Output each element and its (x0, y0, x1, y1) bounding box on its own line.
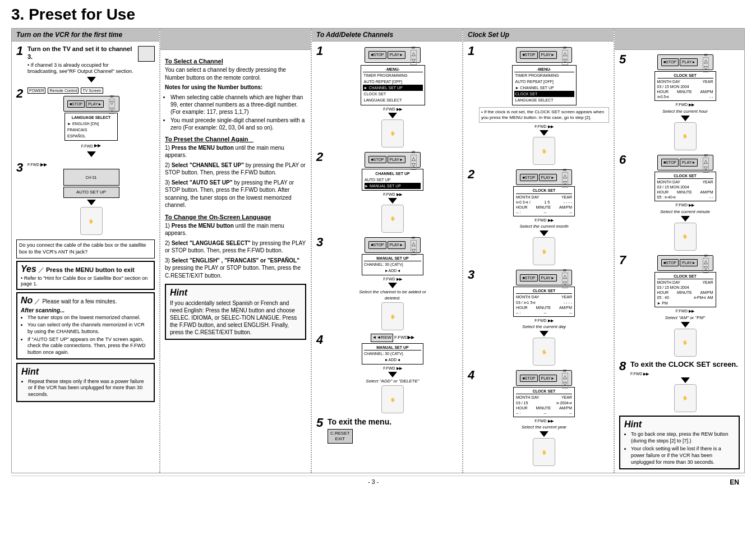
clock-screen-6: CLOCK SET MONTH DAYYEAR 03 / 15 MON 2004… (654, 172, 716, 201)
remote-label: Remote Control (48, 87, 79, 94)
step7-caption-clock: Select "AM" or "PM" (652, 315, 719, 321)
footer-lang: EN (730, 478, 739, 486)
play-clock2: PLAY► (539, 174, 557, 181)
add-menu-title-1: -MENU- (363, 67, 423, 72)
tv-icon (138, 46, 155, 62)
add-menu-1: -MENU- TIMER PROGRAMMING AUTO REPEAT [OF… (361, 65, 425, 105)
ffwd-add-text: F.FWD (383, 107, 395, 112)
note-item-1: When selecting cable channels which are … (170, 94, 306, 116)
manual-title-3: MANUAL SET UP (364, 256, 421, 261)
col2-header-spacer (160, 29, 311, 50)
step3-remote: 🖐 (29, 207, 154, 235)
hint-clock-1: To go back one step, press the REW butto… (631, 431, 735, 444)
play-clock7: PLAY► (680, 259, 698, 266)
step3-clock-num: 3 (468, 269, 479, 281)
hint-text-2: If you accidentally select Spanish or Fr… (170, 299, 301, 336)
manual-title-4: MANUAL SET UP (364, 345, 421, 350)
clock-screen-7: CLOCK SET MONTH DAYYEAR 03 / 15 MON 2004… (654, 272, 716, 308)
english-item: ENGLISH [ON] (67, 121, 115, 127)
arrow-clock-8 (681, 377, 690, 383)
preset-channel-heading: To Preset the Channel Again _ (165, 136, 306, 142)
step2-add-content: ■STOP PLAY► or △ ▽ CHANNEL SET UP (328, 151, 458, 233)
clock-menu-title-1: -MENU- (514, 67, 574, 72)
step1-clock-num: 1 (468, 45, 479, 57)
step4-clock: 4 ■STOP PLAY► or △ ▽ (468, 369, 609, 466)
clock-vals-2: ⊳0 3⊲ /1 5- - - - (516, 200, 572, 205)
arrow-add-2 (388, 198, 397, 204)
ffwd-label-2: F.FWD ▶▶ (29, 143, 154, 149)
ffwd-clock-3: F.FWD▶▶ (479, 318, 609, 323)
manual-setup-3: MANUAL SET UP CHANNEL: 30 (CATV) ►ADD◄ (362, 254, 423, 275)
channel-setup-title: CHANNEL SET UP (365, 170, 421, 177)
arrow-add-3 (388, 283, 397, 288)
yes-note: • Refer to "Hint for Cable Box or Satell… (21, 275, 150, 287)
step5-add: 5 To exit the menu. C.RESETEXIT (316, 417, 458, 444)
step1-content: Turn on the TV and set it to channel 3. … (27, 45, 155, 84)
notes-bold: Notes for using the Number buttons: (165, 84, 262, 90)
hint-list-clock: To go back one step, press the REW butto… (624, 431, 735, 465)
ffwd-clock-1: F.FWD▶▶ (479, 124, 609, 129)
yes-box: Yes ／ Press the MENU button to exit • Re… (16, 261, 155, 290)
channel-setup-menu: CHANNEL SET UP AUTO SET UP MANUAL SET UP (362, 169, 423, 191)
stop-clock7: ■STOP (661, 259, 679, 266)
change-lang-heading: To Change the On-Screen Language (165, 214, 306, 220)
up-add: △ (412, 51, 416, 58)
slash-2: ／ (34, 298, 40, 305)
step2-diagram: ■STOP PLAY► or ▽ ▽ (27, 95, 155, 142)
timer-clock1: TIMER PROGRAMMING (514, 72, 574, 79)
vcr-add-front: ■STOP PLAY► or △ ▽ (365, 47, 421, 63)
col2-body: To Select a Channel You can select a cha… (160, 50, 311, 473)
play-clock5: PLAY► (680, 58, 698, 66)
step2-caption: Select the current month (510, 224, 578, 229)
step4-add-num: 4 (316, 334, 328, 346)
step1-num: 1 (16, 45, 27, 57)
step5-btn-row: C.RESETEXIT (328, 429, 458, 444)
vcr-clock-2: ■STOP PLAY► or △ ▽ (516, 169, 572, 185)
hint-box-clock: Hint To go back one step, press the REW … (619, 416, 740, 469)
ffwd-clock-4: F.FWD▶▶ (479, 418, 609, 423)
step8-clock: 8 To exit the CLOCK SET screen. F.FWD▶▶ … (619, 360, 740, 412)
col5-body: 5 ■STOP PLAY► or △ ▽ (615, 50, 744, 473)
step5-text: To exit the menu. (328, 417, 391, 426)
ffwd-text-2: F.FWD (81, 144, 93, 149)
lang-step-2: 2) Select "LANGUAGE SELECT" by pressing … (165, 239, 306, 255)
language-menu: LANGUAGE SELECT ENGLISH [ON] FRANCAIS ES… (64, 113, 118, 141)
stop-clock2: ■STOP (520, 174, 537, 181)
step2-add: 2 ■STOP PLAY► or △ ▽ (316, 151, 458, 233)
clock-title-3: CLOCK SET (516, 288, 572, 294)
manual-setup-4: MANUAL SET UP CHANNEL: 30 (CATV) ►ADD◄ (362, 343, 423, 365)
play-clock4: PLAY► (539, 375, 557, 382)
auto-set-up: AUTO SET UP (365, 177, 421, 183)
play-add3: PLAY► (388, 241, 405, 248)
ffwd-text-3: F.FWD (27, 162, 39, 167)
clock-title-2: CLOCK SET (516, 188, 572, 193)
language-menu-title: LANGUAGE SELECT (67, 114, 115, 121)
vcr-clock-1: ■STOP PLAY► or △ ▽ (516, 47, 572, 63)
ffwd-clock-6: F.FWD▶▶ (630, 202, 740, 207)
after-scanning-title: After scanning... (21, 307, 150, 313)
step1-add-diagram: ■STOP PLAY► or △ ▽ (328, 46, 458, 64)
arrow-clock-4 (540, 431, 548, 437)
remote-hand-add: 🖐 (381, 119, 404, 147)
timer-prog: TIMER PROGRAMMING (363, 72, 423, 79)
or-add2: or (412, 149, 415, 154)
hand-clock-3: 🖐 (479, 338, 609, 366)
step3-vcr: 3 F.FWD ▶▶ CH 01 AUTO SET UP (16, 162, 155, 236)
col5-header-spacer (615, 29, 744, 50)
ffwd-clock-5: F.FWD▶▶ (630, 102, 740, 107)
step4-btns: ◄◄REW F.FWD▶▶ (328, 334, 458, 342)
step3-vcr-display: CH 01 (63, 169, 119, 186)
arrow-down-1 (87, 77, 96, 82)
after-scanning-list: The tuner stops on the lowest memorized … (21, 315, 150, 356)
step2-num: 2 (16, 87, 27, 100)
step3-clock: 3 ■STOP PLAY► or △ ▽ (468, 269, 609, 366)
vcr-ctrl-clock5: ■STOP PLAY► (661, 58, 698, 66)
hint-list-1: Repeat these steps only if there was a p… (21, 379, 150, 398)
vcr-add-3: ■STOP PLAY► or △ ▽ (365, 237, 421, 253)
after-scan-item-2: You can select only the channels memoriz… (27, 322, 150, 335)
clock-hma-2: HOURMINUTEAM/PM (516, 205, 572, 210)
lang-step-1: 1) Press the MENU button until the main … (165, 222, 306, 237)
step7-clock-num: 7 (619, 254, 630, 266)
ch-setup-clock1: ► CHANNEL SET UP (514, 85, 574, 91)
step3-add-num: 3 (316, 236, 328, 248)
